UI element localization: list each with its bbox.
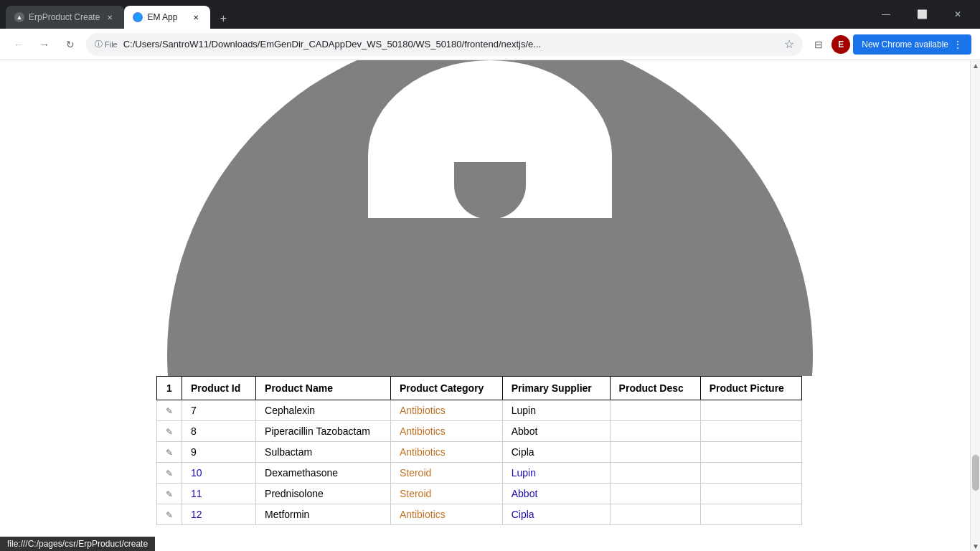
col-header-product-category: Product Category — [390, 377, 502, 400]
edit-cell[interactable]: ✎ — [157, 400, 182, 421]
product-desc-cell — [610, 484, 700, 504]
tab-erp-product-create[interactable]: ▲ ErpProduct Create ✕ — [6, 6, 124, 29]
profile-button[interactable]: E — [831, 35, 850, 54]
product-table: 1 Product Id Product Name Product Catego… — [156, 376, 802, 525]
back-button[interactable]: ← — [9, 34, 29, 55]
close-button[interactable]: ✕ — [941, 3, 974, 26]
product-id-cell[interactable]: 7 — [182, 400, 256, 421]
product-desc-cell — [610, 442, 700, 463]
product-picture-cell — [700, 400, 801, 421]
product-category-cell: Antibiotics — [390, 504, 502, 525]
scrollbar-track: ▲ ▼ — [970, 60, 980, 551]
edit-icon[interactable]: ✎ — [166, 448, 173, 458]
new-chrome-dots: ⋮ — [953, 39, 963, 50]
product-id-cell[interactable]: 12 — [182, 504, 256, 525]
new-chrome-button[interactable]: New Chrome available ⋮ — [853, 34, 971, 55]
table-area: 1 Product Id Product Name Product Catego… — [0, 376, 980, 525]
cast-icon[interactable]: ⊟ — [809, 34, 829, 55]
col-header-product-desc: Product Desc — [610, 377, 700, 400]
bookmark-icon[interactable]: ☆ — [784, 37, 794, 51]
product-id-cell[interactable]: 11 — [182, 484, 256, 504]
tab-icon-triangle: ▲ — [14, 12, 24, 22]
logo-pin-notch — [454, 162, 526, 220]
col-header-primary-supplier: Primary Supplier — [502, 377, 610, 400]
product-name-cell: Metformin — [256, 504, 391, 525]
status-bar: file:///C:/pages/csr/ErpProduct/create — [0, 537, 155, 551]
logo-pin-top — [368, 60, 612, 218]
edit-icon[interactable]: ✎ — [166, 406, 173, 416]
col-header-num: 1 — [157, 377, 182, 400]
primary-supplier-cell[interactable]: Abbot — [502, 484, 610, 504]
product-desc-cell — [610, 463, 700, 484]
file-icon: ⓘ File — [95, 39, 118, 50]
reload-button[interactable]: ↻ — [60, 34, 80, 55]
tab-em-app[interactable]: 🌐 EM App ✕ — [124, 6, 210, 29]
product-picture-cell — [700, 442, 801, 463]
col-header-product-name: Product Name — [256, 377, 391, 400]
tab-label-1: ErpProduct Create — [29, 12, 100, 22]
table-row: ✎8Piperacillin TazobactamAntibioticsAbbo… — [157, 421, 802, 442]
primary-supplier-cell[interactable]: Cipla — [502, 442, 610, 463]
product-name-cell: Dexamethasone — [256, 463, 391, 484]
product-picture-cell — [700, 421, 801, 442]
product-category-cell: Antibiotics — [390, 421, 502, 442]
title-bar: ▲ ErpProduct Create ✕ 🌐 EM App ✕ + — ⬜ ✕ — [0, 0, 980, 29]
status-text: file:///C:/pages/csr/ErpProduct/create — [7, 539, 148, 549]
edit-icon[interactable]: ✎ — [166, 489, 173, 499]
product-desc-cell — [610, 400, 700, 421]
product-desc-cell — [610, 504, 700, 525]
address-text: C:/Users/SantroW11/Downloads/EmGenDir_CA… — [123, 39, 779, 50]
address-bar[interactable]: ⓘ File C:/Users/SantroW11/Downloads/EmGe… — [86, 33, 803, 56]
nav-bar: ← → ↻ ⓘ File C:/Users/SantroW11/Download… — [0, 29, 980, 60]
product-name-cell: Piperacillin Tazobactam — [256, 421, 391, 442]
product-category-cell: Antibiotics — [390, 400, 502, 421]
edit-icon[interactable]: ✎ — [166, 427, 173, 437]
edit-cell[interactable]: ✎ — [157, 442, 182, 463]
product-name-cell: Cephalexin — [256, 400, 391, 421]
table-row: ✎12MetforminAntibioticsCipla — [157, 504, 802, 525]
product-category-cell: Steroid — [390, 463, 502, 484]
product-id-cell[interactable]: 8 — [182, 421, 256, 442]
product-picture-cell — [700, 463, 801, 484]
tab-add-button[interactable]: + — [213, 9, 233, 29]
edit-icon[interactable]: ✎ — [166, 510, 173, 520]
tab-icon-globe: 🌐 — [133, 12, 143, 22]
product-name-cell: Sulbactam — [256, 442, 391, 463]
tab-group: ▲ ErpProduct Create ✕ 🌐 EM App ✕ + — [6, 0, 233, 29]
info-circle-icon: ⓘ — [95, 39, 103, 50]
browser-frame: ▲ ErpProduct Create ✕ 🌐 EM App ✕ + — ⬜ ✕… — [0, 0, 980, 551]
product-id-cell[interactable]: 9 — [182, 442, 256, 463]
primary-supplier-cell[interactable]: Lupin — [502, 463, 610, 484]
primary-supplier-cell[interactable]: Abbot — [502, 421, 610, 442]
scroll-down-arrow[interactable]: ▼ — [971, 541, 980, 551]
scrollbar-thumb[interactable] — [972, 455, 979, 491]
edit-cell[interactable]: ✎ — [157, 463, 182, 484]
file-label: File — [105, 40, 118, 49]
product-category-cell: Antibiotics — [390, 442, 502, 463]
primary-supplier-cell[interactable]: Cipla — [502, 504, 610, 525]
tab-close-2[interactable]: ✕ — [190, 11, 202, 23]
edit-cell[interactable]: ✎ — [157, 421, 182, 442]
page-content: 1 Product Id Product Name Product Catego… — [0, 60, 980, 551]
edit-icon[interactable]: ✎ — [166, 468, 173, 479]
logo-circle — [167, 60, 813, 376]
restore-button[interactable]: ⬜ — [905, 3, 938, 26]
forward-button[interactable]: → — [34, 34, 55, 55]
window-controls: — ⬜ ✕ — [870, 3, 974, 26]
table-row: ✎10DexamethasoneSteroidLupin — [157, 463, 802, 484]
table-row: ✎7CephalexinAntibioticsLupin — [157, 400, 802, 421]
col-header-product-id: Product Id — [182, 377, 256, 400]
edit-cell[interactable]: ✎ — [157, 484, 182, 504]
product-desc-cell — [610, 421, 700, 442]
product-picture-cell — [700, 484, 801, 504]
edit-cell[interactable]: ✎ — [157, 504, 182, 525]
primary-supplier-cell[interactable]: Lupin — [502, 400, 610, 421]
minimize-button[interactable]: — — [870, 3, 903, 26]
table-row: ✎11PrednisoloneSteroidAbbot — [157, 484, 802, 504]
tab-close-1[interactable]: ✕ — [104, 11, 116, 23]
product-category-cell: Steroid — [390, 484, 502, 504]
scroll-up-arrow[interactable]: ▲ — [971, 60, 980, 70]
col-header-product-picture: Product Picture — [700, 377, 801, 400]
product-id-cell[interactable]: 10 — [182, 463, 256, 484]
table-row: ✎9SulbactamAntibioticsCipla — [157, 442, 802, 463]
